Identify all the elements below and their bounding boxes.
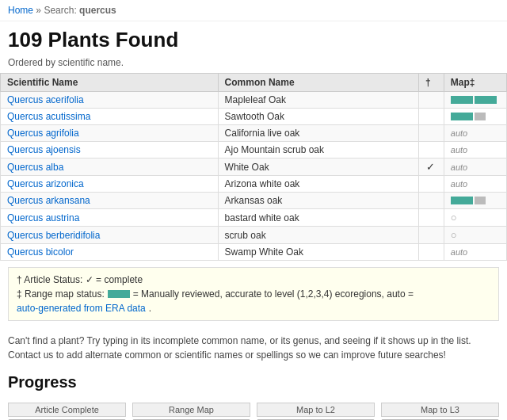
scientific-name-link[interactable]: Quercus acutissima: [7, 111, 90, 122]
table-row: Quercus bicolorSwamp White Oakauto: [1, 244, 507, 261]
scientific-name-link[interactable]: Quercus berberidifolia: [7, 230, 100, 241]
map-auto-label: auto: [451, 128, 467, 138]
common-name: Swamp White Oak: [218, 244, 418, 261]
ordered-by: Ordered by scientific name.: [0, 55, 507, 73]
progress-item: Article Complete10%: [8, 403, 126, 420]
progress-item: Map to L23%: [257, 403, 375, 420]
page-title: 109 Plants Found: [0, 21, 507, 55]
progress-label: Map to L3: [381, 403, 499, 417]
map-bar-gray: [475, 197, 486, 204]
col-header-map[interactable]: Map‡: [444, 74, 506, 92]
map-cell: auto: [444, 125, 506, 142]
map-bar-gray: [475, 113, 486, 120]
notes-box: † Article Status: ✓ = complete ‡ Range m…: [8, 267, 499, 321]
progress-bars: Article Complete10%Range Map59%Map to L2…: [8, 398, 499, 420]
map-cell: ○: [444, 227, 506, 244]
progress-label: Range Map: [132, 403, 250, 417]
table-row: Quercus ajoensisAjo Mountain scrub oakau…: [1, 142, 507, 158]
check-cell: [419, 209, 444, 227]
scientific-name-link[interactable]: Quercus ajoensis: [7, 144, 81, 155]
check-cell: [419, 227, 444, 244]
scientific-name-link[interactable]: Quercus arkansana: [7, 195, 90, 206]
common-name: Sawtooth Oak: [218, 109, 418, 125]
common-name: bastard white oak: [218, 209, 418, 227]
check-cell: ✓: [419, 158, 444, 176]
common-name: California live oak: [218, 125, 418, 142]
scientific-name-link[interactable]: Quercus acerifolia: [7, 94, 84, 105]
map-cell: auto: [444, 158, 506, 176]
map-cell: auto: [444, 176, 506, 193]
col-header-check: †: [419, 74, 444, 92]
table-row: Quercus agrifoliaCalifornia live oakauto: [1, 125, 507, 142]
breadcrumb-separator: »: [36, 5, 41, 16]
check-cell: [419, 142, 444, 158]
map-cell: [444, 193, 506, 209]
breadcrumb: Home » Search: quercus: [0, 0, 507, 21]
map-cell: auto: [444, 244, 506, 261]
check-cell: [419, 125, 444, 142]
map-bar-green2: [475, 96, 497, 104]
common-name: scrub oak: [218, 227, 418, 244]
progress-label: Article Complete: [8, 403, 126, 417]
table-row: Quercus acutissimaSawtooth Oak: [1, 109, 507, 125]
table-row: Quercus arizonicaArizona white oakauto: [1, 176, 507, 193]
breadcrumb-query: quercus: [79, 5, 116, 16]
scientific-name-link[interactable]: Quercus arizonica: [7, 178, 84, 189]
map-auto-label: auto: [451, 145, 467, 155]
progress-title: Progress: [8, 373, 499, 391]
range-map-label: ‡ Range map status:: [17, 288, 105, 300]
table-row: Quercus berberidifoliascrub oak○: [1, 227, 507, 244]
progress-item: Range Map59%: [132, 403, 250, 420]
common-name: White Oak: [218, 158, 418, 176]
progress-item: Map to L31%: [381, 403, 499, 420]
help-text: Can't find a plant? Try typing in its in…: [0, 327, 507, 368]
progress-label: Map to L2: [257, 403, 375, 417]
map-auto-label: auto: [451, 247, 467, 257]
table-row: Quercus arkansanaArkansas oak: [1, 193, 507, 209]
article-status-note: † Article Status: ✓ = complete: [17, 274, 490, 285]
col-header-common: Common Name: [218, 74, 418, 92]
map-bar-green: [451, 96, 473, 104]
common-name: Mapleleaf Oak: [218, 92, 418, 109]
map-auto-label: auto: [451, 179, 467, 189]
table-row: Quercus acerifoliaMapleleaf Oak: [1, 92, 507, 109]
map-cell: [444, 92, 506, 109]
scientific-name-link[interactable]: Quercus alba: [7, 162, 63, 173]
check-cell: [419, 176, 444, 193]
results-table: Scientific Name Common Name † Map‡ Querc…: [0, 73, 507, 261]
table-row: Quercus austrinabastard white oak○: [1, 209, 507, 227]
map-cell: auto: [444, 142, 506, 158]
circle-icon: ○: [451, 229, 457, 241]
scientific-name-link[interactable]: Quercus austrina: [7, 212, 79, 223]
range-map-end: .: [149, 303, 151, 314]
check-cell: [419, 244, 444, 261]
check-cell: [419, 109, 444, 125]
breadcrumb-search-label: Search:: [44, 5, 76, 16]
scientific-name-link[interactable]: Quercus agrifolia: [7, 128, 79, 139]
home-link[interactable]: Home: [8, 5, 33, 16]
map-cell: [444, 109, 506, 125]
progress-section: Progress Article Complete10%Range Map59%…: [0, 368, 507, 420]
common-name: Arizona white oak: [218, 176, 418, 193]
era-data-link[interactable]: auto-generated from ERA data: [17, 303, 146, 314]
col-header-scientific[interactable]: Scientific Name: [1, 74, 219, 92]
range-map-color-bar: [108, 290, 130, 298]
map-bar-green: [451, 197, 473, 204]
common-name: Ajo Mountain scrub oak: [218, 142, 418, 158]
range-map-note: ‡ Range map status: = Manually reviewed,…: [17, 288, 490, 314]
check-cell: [419, 92, 444, 109]
range-map-desc: = Manually reviewed, accurate to level (…: [133, 288, 414, 300]
check-cell: [419, 193, 444, 209]
table-row: Quercus albaWhite Oak✓auto: [1, 158, 507, 176]
map-auto-label: auto: [451, 162, 467, 172]
scientific-name-link[interactable]: Quercus bicolor: [7, 246, 74, 258]
common-name: Arkansas oak: [218, 193, 418, 209]
map-bar-green: [451, 113, 473, 120]
map-cell: ○: [444, 209, 506, 227]
circle-icon: ○: [451, 212, 457, 223]
